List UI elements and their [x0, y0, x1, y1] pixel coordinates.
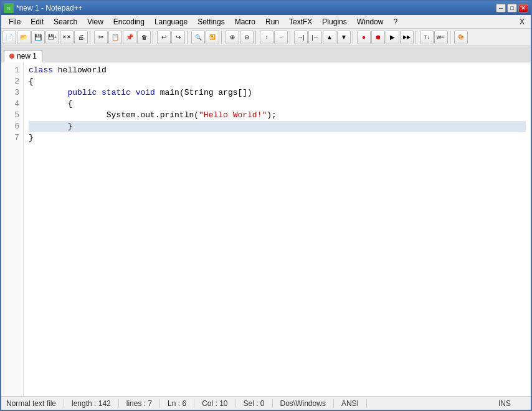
trim-button[interactable]: T↓	[420, 31, 434, 44]
status-bar: Normal text file length : 142 lines : 7 …	[1, 396, 531, 410]
status-encoding: ANSI	[341, 399, 367, 408]
menu-window[interactable]: Window	[352, 16, 389, 27]
wrap-button[interactable]: W↵	[434, 31, 448, 44]
title-bar: N *new 1 - Notepad++ ─ □ ✕	[1, 1, 531, 15]
zoom-out-button[interactable]: ⊖	[240, 31, 254, 44]
cut-button[interactable]: ✂	[94, 31, 108, 44]
save-button[interactable]: 💾	[31, 31, 45, 44]
line-num-7: 7	[5, 132, 19, 143]
open-button[interactable]: 📂	[17, 31, 31, 44]
sync-h-button[interactable]: ↔	[274, 31, 288, 44]
line-num-5: 5	[5, 110, 19, 121]
toolbar-sep-9	[450, 31, 452, 44]
find-replace-button[interactable]: 🔁	[206, 31, 219, 44]
code-line-3: public static void main(String args[])	[29, 87, 526, 99]
record-macro-button[interactable]: ⏺	[371, 31, 385, 44]
menu-plugins[interactable]: Plugins	[317, 16, 351, 27]
menu-edit[interactable]: Edit	[26, 16, 49, 27]
line-num-4: 4	[5, 99, 19, 110]
indent-button[interactable]: →|	[294, 31, 308, 44]
status-lines: lines : 7	[126, 399, 160, 408]
menu-settings[interactable]: Settings	[192, 16, 229, 27]
toolbar-sep-6	[290, 31, 292, 44]
maximize-button[interactable]: □	[507, 4, 517, 12]
minimize-button[interactable]: ─	[496, 4, 506, 12]
code-line-5: System.out.println("Hello World!");	[29, 110, 526, 121]
editor-area: 1 2 3 4 5 6 7 class helloworld { public …	[1, 62, 531, 396]
tab-bar: new 1	[1, 46, 531, 62]
line-num-6: 6	[5, 121, 19, 132]
move-down-button[interactable]: ▼	[337, 31, 351, 44]
undo-button[interactable]: ↩	[157, 31, 171, 44]
kw-class: class	[29, 65, 53, 76]
window-title: *new 1 - Notepad++	[16, 4, 83, 12]
copy-button[interactable]: 📋	[108, 31, 122, 44]
delete-button[interactable]: 🗑	[137, 31, 151, 44]
outdent-button[interactable]: |←	[308, 31, 322, 44]
menu-help[interactable]: ?	[388, 16, 402, 27]
code-editor[interactable]: class helloworld { public static void ma…	[24, 62, 531, 396]
menu-file[interactable]: File	[4, 16, 26, 27]
tab-new1[interactable]: new 1	[4, 50, 42, 62]
redo-button[interactable]: ↪	[171, 31, 185, 44]
app-icon: N	[4, 3, 14, 13]
menu-close-x[interactable]: X	[516, 16, 528, 27]
code-line-2: {	[29, 76, 526, 87]
toolbar-sep-2	[153, 31, 155, 44]
menu-view[interactable]: View	[82, 16, 108, 27]
title-bar-buttons: ─ □ ✕	[496, 4, 528, 12]
close-button[interactable]: ✕	[518, 4, 528, 12]
tab-label: new 1	[17, 52, 37, 60]
close-all-button[interactable]: ✕✕	[60, 31, 74, 44]
line-numbers: 1 2 3 4 5 6 7	[1, 62, 24, 396]
status-ins: INS	[498, 399, 518, 408]
toolbar-sep-7	[353, 31, 355, 44]
line-num-2: 2	[5, 76, 19, 87]
sync-v-button[interactable]: ↕	[260, 31, 273, 44]
code-line-4: {	[29, 99, 526, 110]
print-button[interactable]: 🖨	[74, 31, 88, 44]
move-up-button[interactable]: ▲	[323, 31, 336, 44]
code-line-7: }	[29, 132, 526, 143]
paste-button[interactable]: 📌	[123, 31, 136, 44]
status-eol: Dos\Windows	[280, 399, 334, 408]
status-length: length : 142	[72, 399, 119, 408]
menu-search[interactable]: Search	[49, 16, 82, 27]
menu-bar: File Edit Search View Encoding Language …	[1, 15, 531, 29]
color-button[interactable]: 🎨	[454, 31, 468, 44]
bookmark-button[interactable]: ●	[357, 31, 371, 44]
toolbar-sep-1	[90, 31, 92, 44]
tab-modified-dot	[9, 54, 14, 59]
zoom-in-button[interactable]: ⊕	[226, 31, 239, 44]
status-ln: Ln : 6	[168, 399, 194, 408]
menu-language[interactable]: Language	[150, 16, 192, 27]
menu-textfx[interactable]: TextFX	[284, 16, 317, 27]
toolbar-sep-3	[187, 31, 189, 44]
code-line-6: }	[29, 121, 526, 132]
menu-macro[interactable]: Macro	[230, 16, 260, 27]
toolbar-sep-5	[255, 31, 258, 44]
toolbar: 📄 📂 💾 💾+ ✕✕ 🖨 ✂ 📋 📌 🗑 ↩ ↪ 🔍 🔁 ⊕ ⊖ ↕ ↔ →|…	[1, 29, 531, 46]
save-all-button[interactable]: 💾+	[45, 31, 59, 44]
toolbar-sep-4	[221, 31, 224, 44]
main-window: N *new 1 - Notepad++ ─ □ ✕ File Edit Sea…	[0, 0, 532, 411]
status-file-type: Normal text file	[6, 399, 64, 408]
find-button[interactable]: 🔍	[191, 31, 205, 44]
run-macro-button[interactable]: ▶▶	[400, 31, 414, 44]
menu-encoding[interactable]: Encoding	[108, 16, 150, 27]
toolbar-sep-8	[416, 31, 418, 44]
new-button[interactable]: 📄	[2, 31, 16, 44]
menu-run[interactable]: Run	[260, 16, 284, 27]
status-col: Col : 10	[202, 399, 235, 408]
line-num-3: 3	[5, 87, 19, 99]
line-num-1: 1	[5, 65, 19, 76]
code-line-1: class helloworld	[29, 65, 526, 76]
title-bar-left: N *new 1 - Notepad++	[4, 3, 83, 13]
status-sel: Sel : 0	[244, 399, 273, 408]
playback-button[interactable]: ▶	[386, 31, 399, 44]
